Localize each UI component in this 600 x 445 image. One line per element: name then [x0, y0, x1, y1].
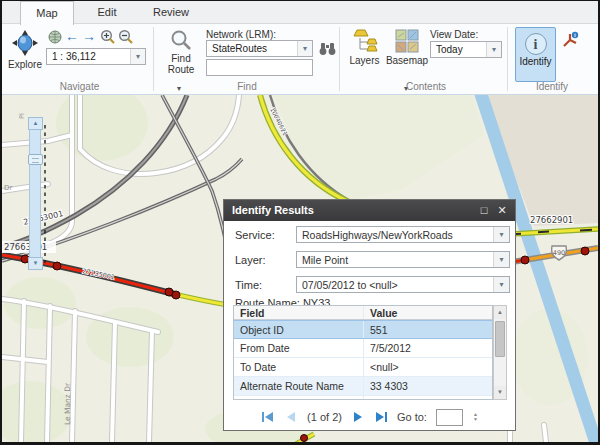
group-separator	[153, 27, 154, 91]
info-pin-icon[interactable]: i	[560, 31, 580, 51]
tab-map[interactable]: Map	[20, 1, 74, 25]
table-row[interactable]: From Date 7/5/2012	[234, 339, 492, 358]
first-page-button[interactable]	[261, 411, 275, 423]
close-icon[interactable]: ✕	[495, 203, 509, 217]
slider-track[interactable]	[29, 130, 41, 257]
table-row[interactable]: To Date <null>	[234, 358, 492, 377]
scale-dropdown-caret-icon[interactable]: ▾	[130, 49, 145, 64]
explore-label: Explore	[5, 59, 45, 70]
service-caret-icon[interactable]: ▾	[493, 227, 509, 242]
cell-field: Object ID	[234, 321, 364, 338]
map-zoom-slider[interactable]: ▲ ▼	[28, 117, 43, 270]
group-label-identify: Identify	[510, 81, 594, 94]
group-separator	[339, 27, 340, 91]
shield-number: 490	[553, 249, 565, 257]
network-value: StateRoutes	[212, 43, 294, 54]
scale-value: 1 : 36,112	[52, 51, 127, 62]
find-route-label-line1: Find	[159, 53, 203, 64]
layer-value: Mile Point	[302, 254, 489, 266]
cell-value: 551	[364, 321, 492, 338]
goto-page-input[interactable]	[436, 409, 463, 426]
slider-up-button[interactable]: ▲	[28, 117, 43, 130]
next-page-button[interactable]	[351, 411, 365, 423]
application-window: Map Edit Review Explore ← →	[0, 0, 600, 445]
maximize-icon[interactable]: □	[477, 203, 491, 217]
layers-label: Layers	[346, 55, 383, 66]
find-route-label-line2: Route	[159, 64, 203, 75]
zoom-out-icon[interactable]	[118, 29, 134, 45]
cell-field: Alternate Route Name	[234, 377, 364, 395]
scale-combobox[interactable]: 1 : 36,112 ▾	[46, 48, 146, 65]
time-caret-icon[interactable]: ▾	[493, 277, 509, 292]
layers-button[interactable]: Layers	[346, 28, 383, 82]
ribbon: Map Edit Review Explore ← →	[2, 1, 598, 95]
identify-button[interactable]: i Identify	[515, 27, 556, 82]
table-scrollbar[interactable]: ▲ ▼	[493, 305, 507, 400]
last-page-button[interactable]	[374, 411, 388, 423]
route-label: 27135001	[82, 267, 116, 281]
slider-down-button[interactable]: ▼	[28, 257, 43, 270]
find-route-button[interactable]: Find Route	[159, 28, 203, 84]
goto-spinner[interactable]: ▲ ▼	[473, 412, 478, 422]
view-date-label: View Date:	[430, 29, 478, 40]
time-select[interactable]: 07/05/2012 to <null> ▾	[296, 276, 510, 293]
identify-label: Identify	[516, 56, 555, 67]
column-header-value: Value	[364, 306, 492, 319]
identify-icon: i	[525, 33, 547, 55]
table-row	[234, 396, 492, 400]
cell-field: To Date	[234, 358, 364, 376]
cell-value: 33 4303	[364, 377, 492, 395]
slider-thumb[interactable]	[28, 154, 43, 165]
explore-icon	[11, 29, 39, 57]
view-date-caret-icon[interactable]: ▾	[486, 42, 501, 57]
dialog-header[interactable]: Identify Results □ ✕	[224, 200, 515, 221]
globe-icon[interactable]	[48, 30, 62, 44]
layers-icon	[352, 29, 378, 53]
forward-arrow-icon[interactable]: →	[82, 28, 96, 44]
page-indicator: (1 of 2)	[307, 411, 342, 423]
table-row[interactable]: Alternate Route Name 33 4303	[234, 377, 492, 396]
ribbon-tab-bar: Map Edit Review	[2, 1, 598, 24]
dialog-title: Identify Results	[232, 204, 314, 216]
back-arrow-icon[interactable]: ←	[65, 28, 79, 44]
network-dropdown-caret-icon[interactable]: ▾	[297, 41, 312, 56]
scroll-down-icon[interactable]: ▼	[494, 386, 506, 399]
network-lrm-label: Network (LRM):	[206, 29, 276, 40]
route-label: 27662901	[530, 215, 573, 225]
scroll-up-icon[interactable]: ▲	[494, 306, 506, 319]
spinner-down-icon[interactable]: ▼	[473, 417, 478, 422]
tab-edit[interactable]: Edit	[78, 1, 136, 24]
identify-results-dialog: Identify Results □ ✕ Service: RoadsHighw…	[223, 199, 516, 431]
attributes-table: Field Value Object ID 551 From Date 7/5/…	[233, 305, 493, 400]
column-header-field: Field	[234, 306, 364, 319]
street-label: Pl	[18, 113, 26, 119]
basemap-button[interactable]: Basemap	[385, 28, 429, 82]
tab-review[interactable]: Review	[140, 1, 202, 24]
group-label-navigate: Navigate	[12, 81, 147, 94]
service-select[interactable]: RoadsHighways/NewYorkRoads ▾	[296, 226, 510, 243]
time-label: Time:	[235, 279, 262, 291]
table-row[interactable]: Object ID 551	[234, 320, 492, 339]
previous-page-button[interactable]	[284, 411, 298, 423]
group-label-find: Find	[162, 81, 332, 94]
scrollbar-thumb[interactable]	[495, 321, 505, 357]
time-value: 07/05/2012 to <null>	[302, 279, 489, 291]
zoom-in-icon[interactable]	[100, 29, 116, 45]
goto-label: Go to:	[397, 411, 427, 423]
layer-select[interactable]: Mile Point ▾	[296, 251, 510, 268]
route-input[interactable]	[206, 59, 313, 76]
view-date-select[interactable]: Today ▾	[430, 41, 502, 58]
group-separator	[507, 27, 508, 91]
network-select[interactable]: StateRoutes ▾	[206, 40, 313, 57]
group-label-contents: Contents	[347, 81, 505, 94]
service-value: RoadsHighways/NewYorkRoads	[302, 229, 489, 241]
service-label: Service:	[235, 229, 275, 241]
cell-value: 7/5/2012	[364, 339, 492, 357]
find-route-magnifier-icon	[170, 29, 192, 51]
layer-caret-icon[interactable]: ▾	[493, 252, 509, 267]
explore-button[interactable]: Explore	[5, 28, 45, 82]
binoculars-icon[interactable]	[319, 42, 336, 56]
street-label: Le Manz Dr	[63, 382, 72, 425]
basemap-icon	[395, 29, 420, 53]
cell-field: From Date	[234, 339, 364, 357]
